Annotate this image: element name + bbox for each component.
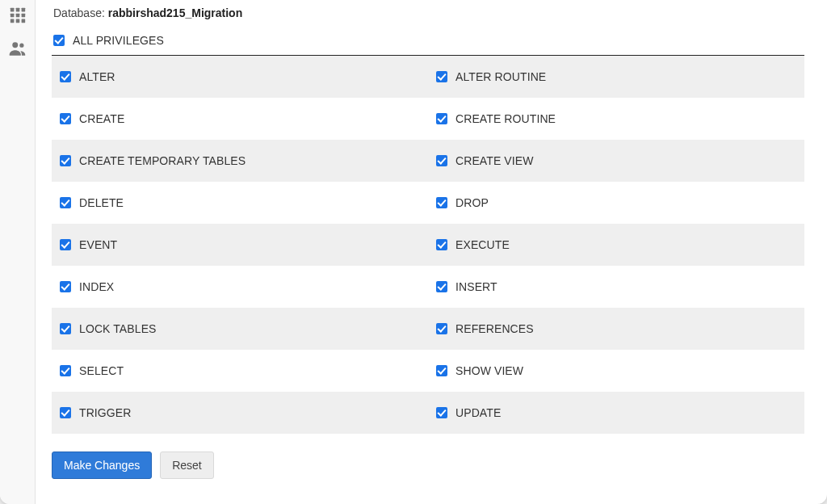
all-privileges-checkbox[interactable] (53, 35, 65, 46)
database-label: Database: (53, 6, 108, 19)
privilege-cell: CREATE TEMPORARY TABLES (52, 154, 428, 167)
privilege-label: CREATE TEMPORARY TABLES (79, 154, 246, 167)
privilege-checkbox[interactable] (436, 71, 447, 82)
privilege-checkbox[interactable] (60, 281, 71, 292)
privilege-checkbox[interactable] (60, 155, 71, 166)
privilege-row: CREATECREATE ROUTINE (52, 98, 804, 140)
privilege-label: DELETE (79, 196, 124, 209)
privilege-checkbox[interactable] (60, 113, 71, 124)
users-icon[interactable] (7, 38, 28, 61)
privilege-checkbox[interactable] (436, 407, 447, 418)
privilege-checkbox[interactable] (436, 365, 447, 376)
privilege-checkbox[interactable] (60, 239, 71, 250)
privilege-cell: UPDATE (428, 406, 804, 419)
svg-rect-0 (10, 8, 14, 12)
database-name: rabbirshad215_Migration (108, 6, 243, 19)
privilege-row: ALTERALTER ROUTINE (52, 56, 804, 98)
svg-rect-3 (10, 14, 14, 18)
privilege-cell: LOCK TABLES (52, 322, 428, 335)
svg-rect-6 (10, 19, 14, 23)
privilege-cell: CREATE (52, 112, 428, 125)
svg-rect-8 (21, 19, 25, 23)
privilege-cell: DELETE (52, 196, 428, 209)
privilege-label: SELECT (79, 364, 124, 377)
privilege-cell: SELECT (52, 364, 428, 377)
privileges-table: ALTERALTER ROUTINECREATECREATE ROUTINECR… (52, 56, 804, 434)
sidebar (0, 0, 36, 504)
privilege-cell: REFERENCES (428, 322, 804, 335)
privilege-label: INSERT (455, 280, 497, 293)
privilege-label: ALTER ROUTINE (455, 70, 546, 83)
privilege-label: ALTER (79, 70, 115, 83)
privilege-row: CREATE TEMPORARY TABLESCREATE VIEW (52, 140, 804, 182)
database-header: Database: rabbirshad215_Migration (53, 6, 804, 19)
privilege-checkbox[interactable] (60, 323, 71, 334)
privilege-checkbox[interactable] (436, 281, 447, 292)
privilege-checkbox[interactable] (60, 407, 71, 418)
privilege-label: CREATE VIEW (455, 154, 534, 167)
privilege-cell: EVENT (52, 238, 428, 251)
make-changes-button[interactable]: Make Changes (52, 452, 152, 479)
privilege-checkbox[interactable] (60, 365, 71, 376)
privilege-label: REFERENCES (455, 322, 534, 335)
svg-rect-4 (15, 14, 19, 18)
privilege-row: EVENTEXECUTE (52, 224, 804, 266)
svg-rect-1 (15, 8, 19, 12)
privilege-checkbox[interactable] (436, 197, 447, 208)
privilege-cell: CREATE VIEW (428, 154, 804, 167)
svg-point-10 (19, 44, 23, 48)
privilege-checkbox[interactable] (436, 239, 447, 250)
all-privileges-row: ALL PRIVILEGES (52, 31, 804, 56)
svg-rect-5 (21, 14, 25, 18)
privilege-label: EVENT (79, 238, 117, 251)
privilege-cell: SHOW VIEW (428, 364, 804, 377)
privilege-cell: CREATE ROUTINE (428, 112, 804, 125)
all-privileges-label: ALL PRIVILEGES (73, 34, 164, 47)
privilege-label: CREATE ROUTINE (455, 112, 556, 125)
svg-rect-2 (21, 8, 25, 12)
privilege-checkbox[interactable] (436, 155, 447, 166)
privilege-checkbox[interactable] (436, 113, 447, 124)
privilege-label: TRIGGER (79, 406, 131, 419)
privilege-checkbox[interactable] (60, 197, 71, 208)
privilege-row: DELETEDROP (52, 182, 804, 224)
privilege-label: DROP (455, 196, 489, 209)
app-window: Database: rabbirshad215_Migration ALL PR… (0, 0, 827, 504)
privilege-cell: EXECUTE (428, 238, 804, 251)
privilege-label: SHOW VIEW (455, 364, 523, 377)
privilege-label: UPDATE (455, 406, 501, 419)
privilege-cell: INSERT (428, 280, 804, 293)
privilege-label: INDEX (79, 280, 114, 293)
main-content: Database: rabbirshad215_Migration ALL PR… (36, 0, 827, 504)
privilege-label: EXECUTE (455, 238, 510, 251)
privilege-cell: ALTER ROUTINE (428, 70, 804, 83)
reset-button[interactable]: Reset (160, 452, 214, 479)
svg-point-9 (12, 42, 18, 48)
privilege-checkbox[interactable] (60, 71, 71, 82)
privilege-label: LOCK TABLES (79, 322, 157, 335)
privilege-row: INDEXINSERT (52, 266, 804, 308)
privilege-cell: TRIGGER (52, 406, 428, 419)
privilege-cell: INDEX (52, 280, 428, 293)
grid-icon[interactable] (9, 6, 27, 27)
privilege-label: CREATE (79, 112, 124, 125)
privilege-row: SELECTSHOW VIEW (52, 350, 804, 392)
action-bar: Make Changes Reset (52, 452, 804, 479)
privilege-row: TRIGGERUPDATE (52, 392, 804, 434)
privilege-checkbox[interactable] (436, 323, 447, 334)
privilege-cell: ALTER (52, 70, 428, 83)
privilege-cell: DROP (428, 196, 804, 209)
privilege-row: LOCK TABLESREFERENCES (52, 308, 804, 350)
svg-rect-7 (15, 19, 19, 23)
